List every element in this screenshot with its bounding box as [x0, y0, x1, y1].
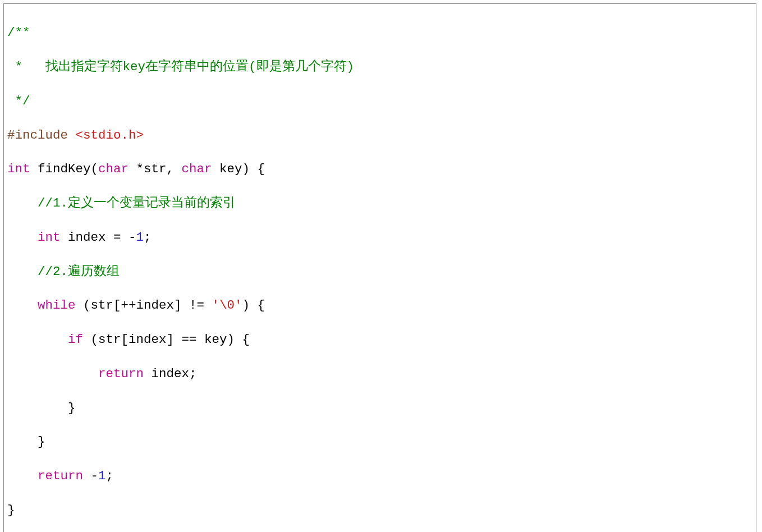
- number-literal: 1: [136, 230, 144, 245]
- keyword-return: return: [38, 469, 83, 483]
- comment-line: */: [7, 94, 30, 108]
- comment-line: /**: [7, 25, 30, 40]
- expr: (str[index] == key) {: [83, 332, 250, 347]
- code-screenshot-frame: /** * 找出指定字符key在字符串中的位置(即是第几个字符) */ #inc…: [3, 3, 756, 532]
- expr: (str[++index] !=: [76, 298, 212, 313]
- type-int: int: [38, 230, 61, 245]
- expr: index;: [144, 366, 197, 381]
- keyword-if: if: [68, 332, 83, 347]
- comment-line: //1.定义一个变量记录当前的索引: [7, 196, 236, 210]
- comment-line: //2.遍历数组: [7, 264, 120, 279]
- preproc-include: #include: [7, 128, 76, 143]
- brace: }: [7, 401, 76, 415]
- comment-line: * 找出指定字符key在字符串中的位置(即是第几个字符): [7, 59, 354, 74]
- param: *str,: [128, 162, 182, 176]
- brace: }: [7, 503, 15, 517]
- expr: -: [83, 469, 98, 483]
- number-literal: 1: [98, 469, 106, 483]
- brace: ) {: [242, 298, 265, 313]
- keyword-while: while: [38, 298, 76, 313]
- type-char: char: [98, 162, 128, 176]
- func-decl: findKey(: [30, 162, 99, 176]
- include-file: <stdio.h>: [76, 128, 144, 143]
- brace: }: [7, 434, 45, 449]
- type-char: char: [182, 162, 212, 176]
- semicolon: ;: [106, 469, 114, 483]
- char-literal: '\0': [212, 298, 242, 313]
- source-code: /** * 找出指定字符key在字符串中的位置(即是第几个字符) */ #inc…: [4, 4, 756, 532]
- type-int: int: [7, 162, 30, 176]
- semicolon: ;: [144, 230, 152, 245]
- keyword-return: return: [98, 366, 144, 381]
- brace: key) {: [212, 162, 265, 176]
- var-decl: index = -: [61, 230, 136, 245]
